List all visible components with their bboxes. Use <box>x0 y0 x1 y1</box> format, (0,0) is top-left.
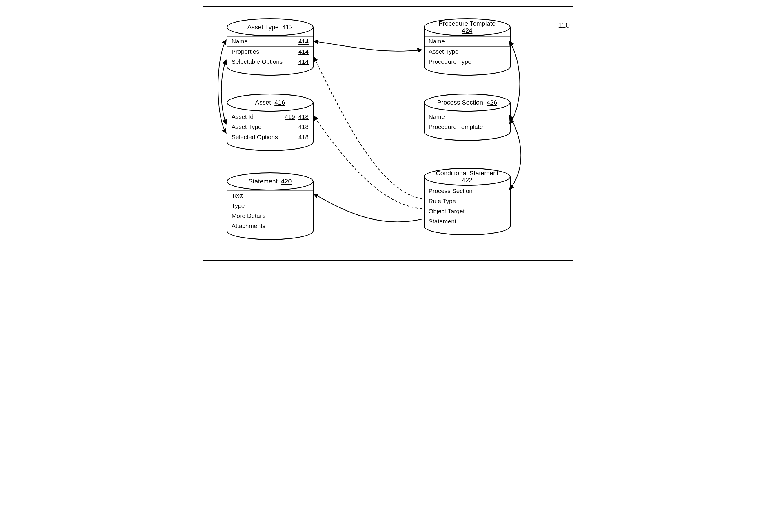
entity-row: Properties 414 <box>227 46 313 56</box>
entity-row: More Details <box>227 211 313 221</box>
connector-condstmt-statement <box>314 194 422 222</box>
row-label: More Details <box>231 212 309 219</box>
entity-row: Procedure Type <box>424 56 510 67</box>
row-label: Name <box>428 38 506 45</box>
row-label: Procedure Template <box>428 124 506 130</box>
entity-header: Asset Type 412 <box>227 18 314 36</box>
row-label: Attachments <box>231 222 309 229</box>
row-ref: 414 <box>299 38 309 45</box>
connector-assettype-asset-2 <box>221 60 226 124</box>
entity-row: Object Target <box>424 206 510 216</box>
entity-asset-type: Asset Type 412 Name 414 Properties 414 S… <box>227 18 314 75</box>
entity-row: Asset Type 418 <box>227 122 313 132</box>
row-label: Rule Type <box>428 198 506 205</box>
entity-header: Statement 420 <box>227 172 314 190</box>
entity-ref: 416 <box>274 99 285 106</box>
entity-title: Asset <box>255 99 271 106</box>
entity-conditional-statement: Conditional Statement 422 Process Sectio… <box>424 168 511 235</box>
entity-ref: 412 <box>282 24 293 31</box>
connector-assettype-asset-1 <box>218 40 226 133</box>
row-label: Asset Id <box>231 113 281 120</box>
row-label: Name <box>231 38 295 45</box>
entity-title: Statement <box>249 178 277 185</box>
entity-row: Procedure Template <box>424 122 510 132</box>
row-label: Selected Options <box>231 134 295 141</box>
entity-row: Selected Options 418 <box>227 132 313 142</box>
row-label: Type <box>231 202 309 209</box>
entity-header: Conditional Statement 422 <box>424 168 511 186</box>
entity-procedure-template: Procedure Template 424 Name Asset Type P… <box>424 18 511 75</box>
entity-title: Procedure Template <box>439 20 496 27</box>
entity-header: Procedure Template 424 <box>424 18 511 36</box>
row-ref: 418 <box>299 113 309 120</box>
entity-title: Asset Type <box>247 24 278 31</box>
row-ref: 418 <box>299 124 309 130</box>
row-label: Object Target <box>428 208 506 215</box>
row-label: Procedure Type <box>428 58 506 65</box>
entity-row: Name <box>424 36 510 46</box>
entity-asset: Asset 416 Asset Id 419 418 Asset Type 41… <box>227 94 314 151</box>
entity-title: Process Section <box>437 99 483 106</box>
row-ref: 414 <box>299 48 309 55</box>
row-label: Statement <box>428 218 506 225</box>
entity-row: Asset Type <box>424 46 510 56</box>
entity-row: Text <box>227 190 313 200</box>
entity-row: Type <box>227 200 313 211</box>
entity-ref: 426 <box>487 99 497 106</box>
entity-title: Conditional Statement <box>436 170 499 177</box>
frame-ref-label: 110 <box>558 21 570 29</box>
row-label: Asset Type <box>231 124 295 130</box>
row-ref: 419 <box>285 113 295 120</box>
row-label: Selectable Options <box>231 58 295 65</box>
entity-header: Asset 416 <box>227 94 314 112</box>
entity-row: Process Section <box>424 186 510 196</box>
row-label: Name <box>428 113 506 120</box>
connector-assettype-proctemplate <box>314 41 422 51</box>
row-ref: 414 <box>299 58 309 65</box>
row-label: Process Section <box>428 187 506 194</box>
entity-row: Statement <box>424 216 510 226</box>
entity-ref: 420 <box>281 178 292 185</box>
connector-condstmt-asset-dashed <box>314 116 422 209</box>
entity-ref: 422 <box>462 177 472 184</box>
row-ref: 418 <box>299 134 309 141</box>
entity-statement: Statement 420 Text Type More Details Att… <box>227 172 314 240</box>
diagram-frame: 110 Asset Type 412 Name 414 Properties 4… <box>203 6 573 261</box>
connector-procsection-condstmt <box>510 115 521 189</box>
entity-ref: 424 <box>462 27 472 34</box>
entity-row: Name <box>424 112 510 122</box>
connector-proctemplate-procsection <box>510 41 520 124</box>
entity-row: Name 414 <box>227 36 313 46</box>
connector-condstmt-assettype-dashed <box>314 57 422 199</box>
entity-row: Rule Type <box>424 196 510 206</box>
row-label: Text <box>231 192 309 199</box>
row-label: Asset Type <box>428 48 506 55</box>
row-label: Properties <box>231 48 295 55</box>
entity-header: Process Section 426 <box>424 94 511 112</box>
entity-row: Selectable Options 414 <box>227 56 313 67</box>
entity-row: Attachments <box>227 221 313 231</box>
entity-row: Asset Id 419 418 <box>227 112 313 122</box>
entity-process-section: Process Section 426 Name Procedure Templ… <box>424 94 511 141</box>
